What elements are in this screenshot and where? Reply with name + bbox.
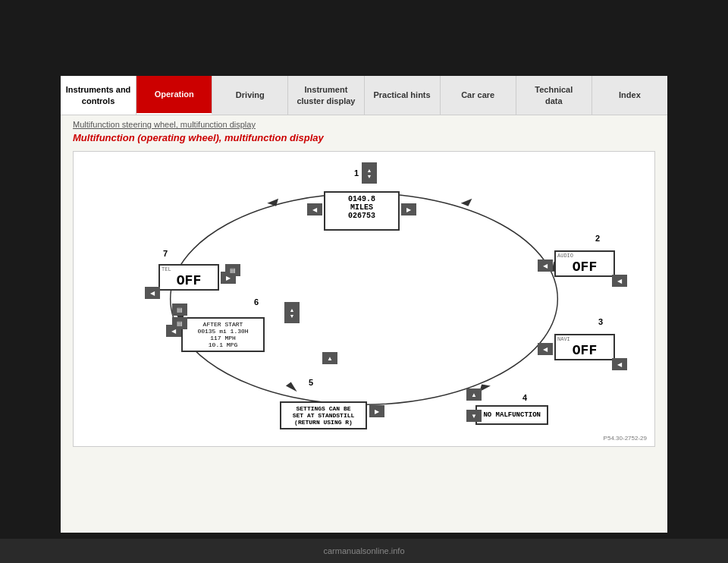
nav-item-driving[interactable]: Driving: [212, 76, 288, 115]
content-area: Instruments and controls Operation Drivi…: [61, 76, 667, 533]
display-box-2: AUDIO OFF: [554, 250, 615, 277]
icon-stack-2[interactable]: ▤: [172, 304, 187, 316]
icon-btn-box3-right[interactable]: ◀: [612, 358, 627, 370]
nav-label-operation: Operation: [155, 89, 194, 99]
nav-label-driving: Driving: [236, 90, 265, 100]
icon-btn-box5-top[interactable]: ▲: [322, 352, 337, 364]
diagram-inner: 1 ▲ ▼ 0149.8 MILES 026753 ◀ ▶ 2: [74, 152, 654, 446]
page-background: Instruments and controls Operation Drivi…: [0, 0, 728, 563]
nav-item-instruments[interactable]: Instruments and controls: [61, 76, 136, 115]
updown-btn-top[interactable]: ▲ ▼: [362, 162, 377, 184]
updown-btn-box6[interactable]: ▲ ▼: [284, 302, 300, 323]
footer-bar: carmanualsonline.info: [0, 539, 728, 563]
box3-value: OFF: [556, 342, 613, 359]
nav-label-index: Index: [619, 90, 641, 100]
icon-btn-box4-bottom[interactable]: ▼: [466, 410, 482, 422]
box5-line1: SETTINGS CAN BE: [284, 405, 363, 412]
num-label-7: 7: [163, 249, 168, 258]
nav-label-technical: Technicaldata: [535, 84, 573, 106]
box1-line3: 026753: [328, 212, 396, 220]
nav-item-practical-hints[interactable]: Practical hints: [365, 76, 441, 115]
subtitle-area: Multifunction steering wheel, multifunct…: [61, 115, 667, 145]
box4-value: NO MALFUNCTION: [483, 411, 541, 419]
diagram-container: 1 ▲ ▼ 0149.8 MILES 026753 ◀ ▶ 2: [73, 151, 655, 447]
box7-value: OFF: [160, 272, 218, 289]
box3-label: NAVI: [556, 335, 613, 342]
navigation-bar: Instruments and controls Operation Drivi…: [61, 76, 667, 115]
num-label-1: 1: [354, 168, 359, 178]
box2-label: AUDIO: [556, 252, 613, 259]
subtitle-gray: Multifunction steering wheel, multifunct…: [73, 120, 655, 129]
icon-btn-box3-left[interactable]: ◀: [538, 343, 553, 355]
display-box-6: AFTER START 00135 mi 1.30H 117 MPH 10.1 …: [181, 317, 265, 352]
nav-label-practical-hints: Practical hints: [373, 90, 430, 100]
box6-line3: 117 MPH: [185, 335, 261, 341]
box1-line2: MILES: [328, 203, 396, 212]
icon-btn-box5-right[interactable]: ▶: [369, 405, 384, 417]
box1-line1: 0149.8: [328, 195, 396, 203]
box5-line2: SET AT STANDSTILL: [284, 412, 363, 419]
num-label-4: 4: [522, 393, 527, 402]
icon-btn-box4-top[interactable]: ▲: [466, 388, 482, 401]
box5-line3: (RETURN USING R): [284, 419, 363, 426]
nav-label-car-care: Car care: [461, 90, 494, 100]
p-reference: P54.30-2752-29: [604, 435, 647, 442]
icon-btn-box7-bottom[interactable]: ◀: [145, 287, 160, 299]
box6-line1: AFTER START: [185, 321, 261, 328]
icon-btn-box1-left[interactable]: ◀: [307, 203, 322, 215]
display-box-7: TEL OFF: [158, 264, 219, 291]
display-box-4: NO MALFUNCTION: [475, 405, 548, 425]
nav-item-index[interactable]: Index: [592, 76, 667, 115]
box6-line2: 00135 mi 1.30H: [185, 328, 261, 335]
nav-label-instrument-cluster: Instrumentcluster display: [297, 84, 355, 106]
num-label-2: 2: [595, 234, 600, 243]
display-box-3: NAVI OFF: [554, 334, 615, 360]
icon-btn-box2-right[interactable]: ◀: [612, 275, 627, 287]
icon-stack-3[interactable]: ▤: [172, 317, 187, 329]
nav-item-technical[interactable]: Technicaldata: [516, 76, 592, 115]
display-box-1: 0149.8 MILES 026753: [324, 191, 400, 231]
nav-label-instruments: Instruments and controls: [65, 84, 131, 106]
display-box-5: SETTINGS CAN BE SET AT STANDSTILL (RETUR…: [280, 401, 367, 429]
box7-label: TEL: [160, 266, 218, 272]
icon-stack-1[interactable]: ▤: [225, 264, 240, 276]
nav-item-car-care[interactable]: Car care: [441, 76, 516, 115]
num-label-3: 3: [598, 317, 603, 326]
num-label-5: 5: [309, 378, 313, 387]
nav-item-operation[interactable]: Operation: [136, 76, 212, 115]
nav-item-instrument-cluster[interactable]: Instrumentcluster display: [288, 76, 364, 115]
num-label-6: 6: [254, 297, 259, 307]
subtitle-red: Multifunction (operating wheel), multifu…: [73, 132, 655, 143]
footer-text: carmanualsonline.info: [323, 546, 404, 555]
box2-value: OFF: [556, 259, 613, 275]
icon-btn-box1-right[interactable]: ▶: [401, 203, 416, 215]
icon-btn-box2-left[interactable]: ◀: [538, 259, 553, 272]
box6-line4: 10.1 MPG: [185, 341, 261, 348]
